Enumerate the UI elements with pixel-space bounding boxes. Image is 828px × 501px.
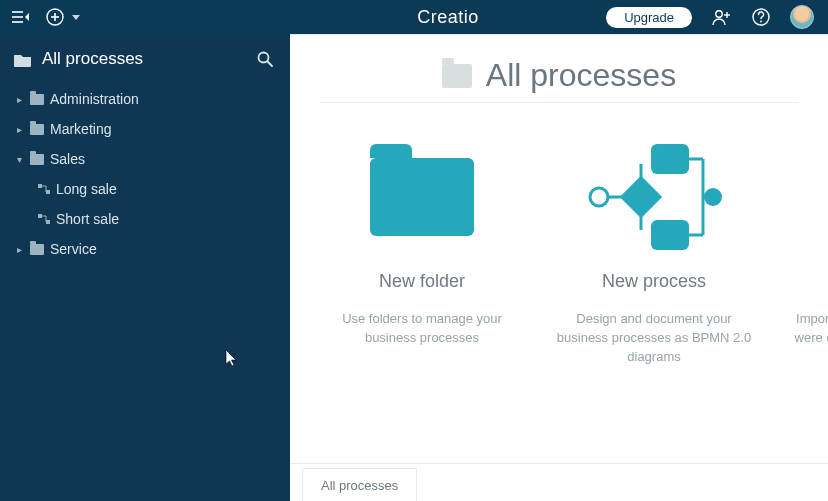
sidebar-item-label: Administration	[50, 91, 139, 107]
cards-row: New folder Use folders to manage your bu…	[290, 103, 828, 377]
chevron-right-icon: ▸	[14, 94, 24, 105]
add-user-icon[interactable]	[710, 6, 732, 28]
sidebar-item-label: Marketing	[50, 121, 111, 137]
topbar-left	[0, 6, 290, 28]
cursor-icon	[225, 349, 239, 367]
card-import[interactable]: Import * Import business processes that …	[778, 137, 828, 367]
main: All processes New folder Use folders to …	[290, 34, 828, 501]
upgrade-button[interactable]: Upgrade	[606, 7, 692, 28]
process-diagram-icon	[579, 142, 729, 252]
svg-rect-14	[46, 190, 50, 194]
svg-rect-21	[651, 144, 689, 174]
card-desc: Design and document your business proces…	[546, 310, 762, 367]
avatar[interactable]	[790, 5, 814, 29]
folder-icon	[14, 52, 32, 67]
svg-rect-15	[38, 214, 42, 218]
folder-icon	[30, 94, 44, 105]
sidebar-item-long-sale[interactable]: Long sale	[8, 174, 290, 204]
folder-icon	[30, 244, 44, 255]
svg-point-6	[716, 11, 722, 17]
folder-icon	[370, 158, 474, 236]
add-icon[interactable]	[44, 6, 66, 28]
sidebar-title: All processes	[42, 49, 143, 69]
tab-all-processes[interactable]: All processes	[302, 468, 417, 501]
help-icon[interactable]	[750, 6, 772, 28]
svg-rect-16	[46, 220, 50, 224]
search-icon[interactable]	[254, 48, 276, 70]
sidebar-item-label: Long sale	[56, 181, 117, 197]
sidebar-item-marketing[interactable]: ▸ Marketing	[8, 114, 290, 144]
page-header: All processes	[290, 35, 828, 102]
sidebar-item-label: Sales	[50, 151, 85, 167]
menu-collapse-icon[interactable]	[10, 6, 32, 28]
chevron-down-icon: ▾	[14, 154, 24, 165]
sidebar-item-label: Service	[50, 241, 97, 257]
chevron-right-icon: ▸	[14, 124, 24, 135]
folder-icon	[442, 64, 472, 88]
chevron-right-icon: ▸	[14, 244, 24, 255]
sidebar-item-label: Short sale	[56, 211, 119, 227]
body: All processes ▸ Administration ▸ Marketi…	[0, 34, 828, 501]
card-new-folder[interactable]: New folder Use folders to manage your bu…	[314, 137, 530, 367]
sidebar-header: All processes	[0, 34, 290, 80]
svg-point-10	[760, 21, 762, 23]
topbar-center: Creatio	[290, 7, 606, 28]
card-desc: Use folders to manage your business proc…	[314, 310, 530, 348]
svg-rect-19	[620, 176, 662, 218]
topbar-right: Upgrade	[606, 5, 828, 29]
tabs-bar: All processes	[290, 463, 828, 501]
chevron-down-icon[interactable]	[72, 15, 80, 20]
card-desc: Import business processes that were desi…	[778, 310, 828, 348]
sidebar-tree: ▸ Administration ▸ Marketing ▾ Sales Lon	[0, 80, 290, 264]
sidebar-item-administration[interactable]: ▸ Administration	[8, 84, 290, 114]
page-title: All processes	[486, 57, 676, 94]
folder-icon	[30, 154, 44, 165]
sidebar-item-short-sale[interactable]: Short sale	[8, 204, 290, 234]
svg-line-12	[268, 62, 273, 67]
sidebar: All processes ▸ Administration ▸ Marketi…	[0, 34, 290, 501]
svg-point-28	[704, 188, 722, 206]
svg-rect-23	[651, 220, 689, 250]
sidebar-title-wrap: All processes	[14, 49, 143, 69]
card-title: New process	[602, 271, 706, 292]
card-new-process[interactable]: New process Design and document your bus…	[546, 137, 762, 367]
topbar: Creatio Upgrade	[0, 0, 828, 34]
card-title: New folder	[379, 271, 465, 292]
process-icon	[38, 183, 50, 195]
sidebar-item-sales[interactable]: ▾ Sales	[8, 144, 290, 174]
svg-point-17	[590, 188, 608, 206]
card-icon	[370, 137, 474, 257]
process-icon	[38, 213, 50, 225]
card-icon	[579, 137, 729, 257]
brand-logo: Creatio	[417, 7, 479, 28]
sidebar-item-service[interactable]: ▸ Service	[8, 234, 290, 264]
folder-icon	[30, 124, 44, 135]
svg-rect-13	[38, 184, 42, 188]
